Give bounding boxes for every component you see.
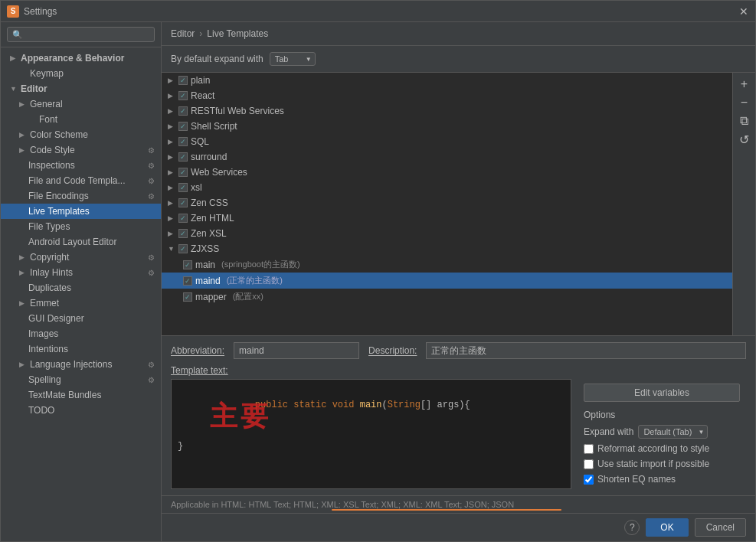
tpl-item-main[interactable]: main (springboot的主函数) [162, 256, 732, 273]
search-input[interactable] [7, 27, 155, 42]
sidebar-item-todo[interactable]: TODO [1, 403, 161, 418]
tpl-group-plain[interactable]: ▶ plain [162, 73, 732, 88]
checkbox-main[interactable] [183, 260, 192, 269]
ok-button[interactable]: OK [646, 518, 688, 537]
checkbox-react[interactable] [178, 91, 188, 100]
checkbox-xsl[interactable] [178, 183, 188, 192]
sidebar-item-keymap[interactable]: Keymap [1, 66, 161, 81]
sidebar-item-language-injections[interactable]: ▶ Language Injections ⚙ [1, 357, 161, 372]
tpl-group-shell[interactable]: ▶ Shell Script [162, 119, 732, 134]
sidebar-label-android-layout-editor: Android Layout Editor [28, 237, 116, 247]
tpl-group-restful[interactable]: ▶ RESTful Web Services [162, 103, 732, 119]
sidebar-item-appearance[interactable]: ▶ Appearance & Behavior [1, 51, 161, 66]
checkbox-zenxsl[interactable] [178, 229, 188, 238]
settings-icon-file-templates: ⚙ [148, 177, 155, 185]
cancel-button[interactable]: Cancel [695, 518, 746, 537]
close-button[interactable]: ✕ [738, 6, 749, 17]
add-template-button[interactable]: + [736, 76, 753, 93]
tpl-group-react[interactable]: ▶ React [162, 88, 732, 103]
checkbox-zjxss[interactable] [178, 244, 188, 253]
tpl-group-zenhtml[interactable]: ▶ Zen HTML [162, 211, 732, 226]
expand-arrow-copyright: ▶ [19, 253, 27, 261]
sidebar-item-textmate-bundles[interactable]: TextMate Bundles [1, 387, 161, 403]
sidebar-item-file-types[interactable]: File Types [1, 219, 161, 234]
checkbox-zencss[interactable] [178, 198, 188, 207]
remove-template-button[interactable]: − [736, 94, 753, 111]
copy-template-button[interactable]: ⧉ [736, 113, 753, 129]
expand-arrow-appearance: ▶ [10, 54, 18, 62]
tpl-group-webservices[interactable]: ▶ Web Services [162, 165, 732, 180]
settings-icon-inspections: ⚙ [148, 162, 155, 170]
abbreviation-input[interactable] [234, 342, 359, 359]
sidebar-item-color-scheme[interactable]: ▶ Color Scheme [1, 127, 161, 142]
shorten-eq-option[interactable]: Shorten EQ names [584, 474, 740, 485]
sidebar-item-file-encodings[interactable]: File Encodings ⚙ [1, 188, 161, 204]
sidebar-label-live-templates: Live Templates [28, 206, 90, 217]
undo-template-button[interactable]: ↺ [736, 131, 753, 148]
checkbox-restful[interactable] [178, 106, 188, 116]
tpl-group-label-surround: surround [191, 152, 227, 162]
sidebar-label-file-encodings: File Encodings [28, 191, 89, 201]
sidebar-label-editor: Editor [21, 83, 47, 94]
description-input[interactable] [426, 342, 746, 359]
sidebar-label-gui-designer: GUI Designer [28, 313, 84, 324]
checkbox-sql[interactable] [178, 137, 188, 146]
checkbox-shell[interactable] [178, 122, 188, 131]
tpl-group-zenxsl[interactable]: ▶ Zen XSL [162, 226, 732, 241]
settings-icon-spelling: ⚙ [148, 376, 155, 384]
sidebar-item-spelling[interactable]: Spelling ⚙ [1, 372, 161, 387]
tpl-name-mapper: mapper [195, 292, 227, 302]
sidebar-item-intentions[interactable]: Intentions [1, 341, 161, 357]
sidebar-item-general[interactable]: ▶ General [1, 96, 161, 112]
expand-zjxss-arrow: ▼ [168, 245, 175, 253]
tpl-desc-mapper: (配置xx) [233, 291, 263, 302]
checkbox-maind[interactable] [183, 276, 192, 286]
sidebar-item-inlay-hints[interactable]: ▶ Inlay Hints ⚙ [1, 265, 161, 280]
options-panel: Edit variables Options Expand with Defau… [578, 379, 746, 489]
checkbox-plain[interactable] [178, 76, 188, 85]
sidebar-item-file-code-templates[interactable]: File and Code Templa... ⚙ [1, 173, 161, 188]
expand-with-select[interactable]: Tab Enter Space [270, 52, 316, 66]
abbreviation-label: Abbreviation: [171, 345, 224, 356]
code-kw-static: static [293, 400, 332, 410]
tpl-group-zjxss[interactable]: ▼ ZJXSS [162, 241, 732, 256]
sidebar-item-inspections[interactable]: Inspections ⚙ [1, 158, 161, 173]
static-import-checkbox[interactable] [584, 459, 594, 469]
checkbox-mapper[interactable] [183, 292, 192, 302]
tpl-item-mapper[interactable]: mapper (配置xx) [162, 289, 732, 305]
shorten-eq-checkbox[interactable] [584, 475, 594, 485]
sidebar-item-duplicates[interactable]: Duplicates [1, 280, 161, 295]
sidebar-item-emmet[interactable]: ▶ Emmet [1, 295, 161, 311]
template-code-editor[interactable]: public static void main(String[] args){ … [171, 379, 571, 489]
tpl-group-zencss[interactable]: ▶ Zen CSS [162, 195, 732, 211]
window-title: Settings [24, 6, 57, 17]
expand-with-option-select[interactable]: Default (Tab) Tab Enter Space [638, 425, 708, 439]
reformat-option[interactable]: Reformat according to style [584, 443, 740, 454]
sidebar-item-font[interactable]: Font [1, 112, 161, 127]
sidebar-item-live-templates[interactable]: Live Templates [1, 204, 161, 219]
sidebar-label-copyright: Copyright [30, 252, 69, 263]
sidebar: ▶ Appearance & Behavior Keymap ▼ Editor … [1, 22, 162, 541]
sidebar-item-android-layout-editor[interactable]: Android Layout Editor [1, 234, 161, 250]
sidebar-item-gui-designer[interactable]: GUI Designer [1, 311, 161, 326]
sidebar-item-code-style[interactable]: ▶ Code Style ⚙ [1, 142, 161, 158]
expand-arrow-editor: ▼ [10, 85, 18, 93]
tpl-group-surround[interactable]: ▶ surround [162, 149, 732, 165]
checkbox-webservices[interactable] [178, 168, 188, 177]
tpl-item-maind[interactable]: maind (正常的主函数) [162, 273, 732, 289]
help-button[interactable]: ? [624, 520, 640, 535]
static-import-option[interactable]: Use static import if possible [584, 459, 740, 469]
checkbox-surround[interactable] [178, 152, 188, 162]
tpl-group-xsl[interactable]: ▶ xsl [162, 180, 732, 195]
title-bar: S Settings ✕ [1, 1, 755, 22]
checkbox-zenhtml[interactable] [178, 214, 188, 223]
sidebar-item-images[interactable]: Images [1, 326, 161, 341]
tpl-group-label-zenxsl: Zen XSL [191, 228, 227, 239]
expand-arrow-general: ▶ [19, 100, 27, 108]
edit-variables-button[interactable]: Edit variables [584, 384, 740, 402]
sidebar-item-copyright[interactable]: ▶ Copyright ⚙ [1, 250, 161, 265]
templates-area: ▶ plain ▶ React ▶ RESTful Web Services [162, 73, 755, 335]
reformat-checkbox[interactable] [584, 444, 594, 454]
sidebar-item-editor[interactable]: ▼ Editor [1, 81, 161, 96]
tpl-group-sql[interactable]: ▶ SQL [162, 134, 732, 149]
